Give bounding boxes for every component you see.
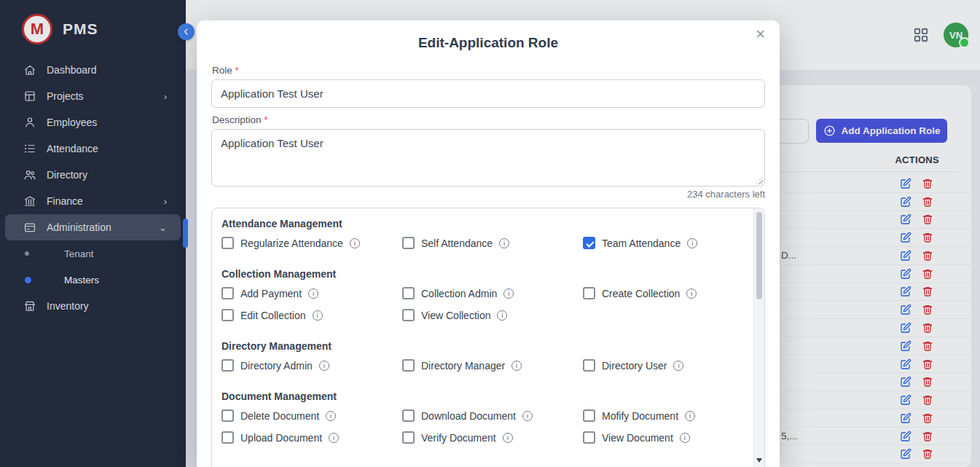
permission-item-regularize-attendance: Regularize Attendance: [222, 237, 402, 249]
permission-section-title: Collection Management: [222, 268, 754, 280]
checkbox[interactable]: [402, 359, 415, 372]
permission-label: View Document: [602, 432, 673, 444]
scrollbar[interactable]: [753, 208, 764, 467]
permission-label: Directory Manager: [421, 360, 505, 372]
info-icon[interactable]: [499, 238, 509, 248]
permission-label: Verify Document: [421, 432, 496, 444]
info-icon[interactable]: [673, 361, 683, 371]
checkbox[interactable]: [402, 237, 415, 249]
permission-grid: Add PaymentCollection AdminCreate Collec…: [222, 287, 754, 321]
permission-label: Delete Document: [240, 410, 319, 422]
permission-label: Regularize Attendance: [240, 238, 343, 249]
info-icon[interactable]: [308, 289, 318, 299]
permission-label: Create Collection: [602, 288, 680, 299]
info-icon[interactable]: [503, 289, 514, 299]
permission-item-view-document: View Document: [583, 431, 754, 444]
info-icon[interactable]: [686, 289, 697, 299]
permission-grid: Delete DocumentDownload DocumentMofify D…: [222, 409, 754, 444]
permission-label: Download Document: [421, 410, 516, 422]
characters-left-text: 234 characters left: [687, 189, 765, 200]
permission-item-mofify-document: Mofify Document: [583, 409, 754, 422]
permission-label: Upload Document: [240, 432, 322, 444]
checkbox[interactable]: [583, 359, 595, 372]
info-icon[interactable]: [350, 238, 360, 248]
checkbox[interactable]: [583, 431, 595, 444]
close-icon[interactable]: ×: [756, 26, 765, 42]
permission-label: Team Attendance: [602, 238, 681, 249]
permission-label: Add Payment: [240, 288, 302, 299]
permission-item-create-collection: Create Collection: [583, 287, 754, 299]
checkbox[interactable]: [222, 431, 234, 444]
permission-label: Self Attendance: [421, 238, 493, 249]
checkbox[interactable]: [222, 287, 234, 299]
permission-grid: Directory AdminDirectory ManagerDirector…: [222, 359, 754, 372]
permissions-list: Attendance ManagementRegularize Attendan…: [212, 208, 754, 467]
scrollbar-thumb[interactable]: [756, 212, 762, 299]
checkbox[interactable]: [402, 309, 415, 321]
role-input[interactable]: [211, 79, 765, 108]
checkbox[interactable]: [583, 287, 595, 299]
checkbox[interactable]: [583, 409, 595, 422]
info-icon[interactable]: [687, 238, 697, 248]
permission-section-title: Directory Management: [222, 340, 754, 353]
permission-item-verify-document: Verify Document: [402, 431, 583, 444]
permission-label: Edit Collection: [240, 310, 306, 321]
permission-label: Collection Admin: [421, 288, 497, 299]
permission-section-directory-management: Directory ManagementDirectory AdminDirec…: [222, 340, 754, 372]
permission-item-view-collection: View Collection: [402, 309, 583, 321]
info-icon[interactable]: [503, 433, 513, 443]
info-icon[interactable]: [313, 310, 323, 321]
permission-item-directory-user: Directory User: [583, 359, 754, 372]
checkbox[interactable]: [402, 431, 415, 444]
permission-item-delete-document: Delete Document: [222, 409, 402, 422]
modal-title: Edit-Application Role: [197, 35, 780, 51]
checkbox[interactable]: [583, 237, 595, 249]
permission-label: Mofify Document: [602, 410, 678, 422]
info-icon[interactable]: [319, 361, 329, 371]
edit-application-role-modal: Edit-Application Role × Role Description…: [197, 20, 780, 467]
checkbox[interactable]: [402, 287, 415, 299]
info-icon[interactable]: [522, 411, 533, 421]
permission-item-collection-admin: Collection Admin: [402, 287, 583, 299]
permission-item-download-document: Download Document: [402, 409, 583, 422]
checkbox[interactable]: [222, 237, 234, 249]
permission-section-collection-management: Collection ManagementAdd PaymentCollecti…: [222, 268, 754, 321]
permission-item-directory-manager: Directory Manager: [402, 359, 583, 372]
description-field-label: Description: [212, 114, 268, 125]
permission-label: Directory User: [602, 360, 667, 372]
permission-label: View Collection: [421, 310, 490, 321]
checkbox[interactable]: [402, 409, 415, 422]
description-textarea[interactable]: Application Test User: [211, 129, 765, 187]
permission-section-document-management: Document ManagementDelete DocumentDownlo…: [222, 391, 754, 444]
role-field-label: Role: [212, 65, 239, 76]
permission-label: Directory Admin: [240, 360, 313, 372]
info-icon[interactable]: [685, 411, 695, 421]
info-icon[interactable]: [326, 411, 336, 421]
page: M PMS DashboardProjects›EmployeesAttenda…: [0, 0, 980, 467]
permission-grid: Regularize AttendanceSelf AttendanceTeam…: [222, 237, 754, 249]
checkbox[interactable]: [222, 409, 234, 422]
permission-item-edit-collection: Edit Collection: [222, 309, 402, 321]
permission-item-self-attendance: Self Attendance: [402, 237, 583, 249]
permission-item-team-attendance: Team Attendance: [583, 237, 754, 249]
scroll-down-arrow-icon[interactable]: [756, 458, 762, 463]
checkbox[interactable]: [222, 309, 234, 321]
permission-item-upload-document: Upload Document: [222, 431, 402, 444]
info-icon[interactable]: [511, 361, 522, 371]
permission-section-attendance-management: Attendance ManagementRegularize Attendan…: [222, 218, 754, 249]
info-icon[interactable]: [680, 433, 690, 443]
info-icon[interactable]: [329, 433, 339, 443]
permission-section-title: Attendance Management: [222, 218, 754, 230]
permission-item-directory-admin: Directory Admin: [222, 359, 402, 372]
info-icon[interactable]: [497, 310, 507, 321]
checkbox[interactable]: [222, 359, 234, 372]
permissions-panel: Attendance ManagementRegularize Attendan…: [211, 208, 765, 467]
permission-section-title: Document Management: [222, 391, 754, 403]
permission-item-add-payment: Add Payment: [222, 287, 402, 299]
